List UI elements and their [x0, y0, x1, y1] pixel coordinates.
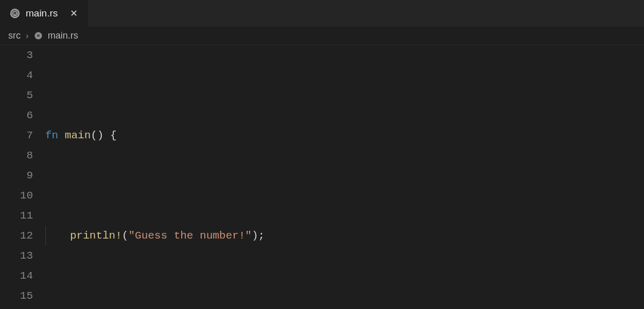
line-number: 15: [0, 286, 33, 306]
line-number: 13: [0, 246, 33, 266]
code-line[interactable]: println!("Guess the number!");: [45, 226, 644, 246]
editor[interactable]: 3 4 5 6 7 8 9 10 11 12 13 14 15 fn main(…: [0, 45, 644, 309]
code-area[interactable]: fn main() { println!("Guess the number!"…: [45, 45, 644, 309]
line-number: 11: [0, 206, 33, 226]
breadcrumb[interactable]: src › R main.rs: [0, 27, 644, 45]
code-line[interactable]: fn main() {: [45, 125, 644, 146]
line-number: 7: [0, 125, 33, 146]
close-icon[interactable]: ✕: [70, 8, 78, 19]
rust-file-icon: R: [34, 31, 43, 40]
line-number: 3: [0, 45, 33, 65]
string-literal: "Guess the number!": [128, 230, 251, 242]
tab-bar: R main.rs ✕: [0, 0, 644, 27]
svg-text:R: R: [13, 11, 17, 16]
keyword: fn: [45, 130, 58, 141]
svg-text:R: R: [37, 34, 40, 38]
line-number: 8: [0, 146, 33, 166]
line-number: 6: [0, 105, 33, 125]
breadcrumb-file[interactable]: main.rs: [48, 30, 78, 41]
line-number: 9: [0, 166, 33, 186]
line-number: 12: [0, 226, 33, 246]
chevron-right-icon: ›: [26, 31, 29, 41]
rust-file-icon: R: [9, 8, 21, 19]
breadcrumb-folder[interactable]: src: [8, 30, 21, 41]
tab-main-rs[interactable]: R main.rs ✕: [0, 0, 88, 27]
line-number: 14: [0, 266, 33, 286]
line-number-gutter: 3 4 5 6 7 8 9 10 11 12 13 14 15: [0, 45, 45, 309]
line-number: 4: [0, 65, 33, 85]
line-number: 10: [0, 186, 33, 206]
line-number: 5: [0, 85, 33, 105]
tab-label: main.rs: [26, 8, 58, 19]
function-name: main: [65, 130, 91, 141]
punct: () {: [91, 130, 116, 141]
macro-call: println!: [70, 230, 122, 242]
